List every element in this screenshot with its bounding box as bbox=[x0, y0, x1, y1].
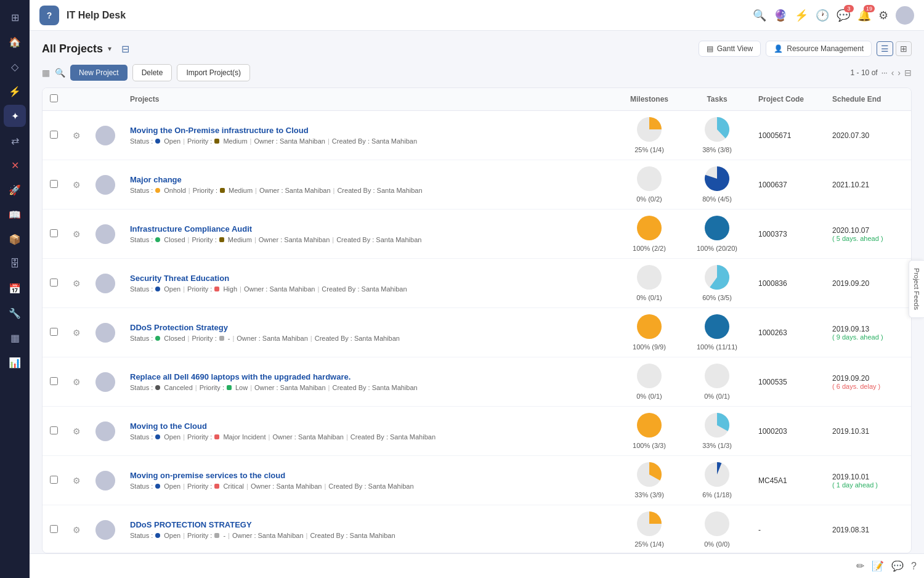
row-gear-icon[interactable]: ⚙ bbox=[73, 328, 81, 338]
nav-rocket-icon[interactable]: 🚀 bbox=[4, 179, 26, 201]
project-name[interactable]: Security Threat Education bbox=[130, 274, 608, 283]
table-icon[interactable]: ▦ bbox=[42, 68, 50, 78]
project-avatar bbox=[95, 323, 115, 343]
row-code-cell: MC45A1 bbox=[751, 456, 825, 505]
project-name[interactable]: Moving to the Cloud bbox=[130, 421, 608, 431]
nav-chart-icon[interactable]: 📊 bbox=[4, 351, 26, 373]
row-checkbox[interactable] bbox=[50, 328, 58, 336]
col-end-header: Schedule End bbox=[825, 88, 911, 111]
project-name[interactable]: Infrastructure Compliance Audit bbox=[130, 224, 608, 234]
nav-x-icon[interactable]: ✕ bbox=[4, 154, 26, 176]
milestones-pie bbox=[637, 117, 662, 144]
priority-value: Medium bbox=[229, 187, 253, 194]
svg-point-10 bbox=[637, 364, 662, 388]
gantt-view-button[interactable]: ▤ Gantt View bbox=[699, 41, 761, 57]
project-name[interactable]: Replace all Dell 4690 laptops with the u… bbox=[130, 372, 608, 381]
next-page-icon[interactable]: › bbox=[898, 68, 901, 78]
status-dot bbox=[155, 287, 160, 291]
status-value: Open bbox=[164, 285, 180, 293]
magic-icon[interactable]: 🔮 bbox=[774, 9, 787, 22]
history-icon[interactable]: 🕐 bbox=[816, 9, 829, 22]
row-gear-icon[interactable]: ⚙ bbox=[73, 229, 81, 239]
row-checkbox[interactable] bbox=[50, 377, 58, 385]
new-project-button[interactable]: New Project bbox=[70, 65, 128, 81]
column-settings-icon[interactable]: ⊟ bbox=[904, 68, 912, 78]
svg-point-17 bbox=[705, 511, 729, 536]
import-button[interactable]: Import Project(s) bbox=[177, 64, 250, 81]
nav-tools-icon[interactable]: 🔧 bbox=[4, 302, 26, 324]
nav-lightning-icon[interactable]: ⚡ bbox=[4, 80, 26, 102]
row-gear-icon[interactable]: ⚙ bbox=[73, 131, 81, 140]
page-title-dropdown[interactable]: ▾ bbox=[108, 44, 111, 53]
grid-view-button[interactable]: ⊞ bbox=[896, 41, 912, 56]
nav-home-icon[interactable]: 🏠 bbox=[4, 31, 26, 53]
nav-box-icon[interactable]: 📦 bbox=[4, 228, 26, 250]
question-icon-bottom[interactable]: ? bbox=[911, 561, 917, 572]
row-gear-icon[interactable]: ⚙ bbox=[73, 525, 81, 535]
row-gear-icon[interactable]: ⚙ bbox=[73, 426, 81, 436]
filter-icon[interactable]: ⊟ bbox=[121, 43, 129, 55]
nav-star-icon[interactable]: ✦ bbox=[4, 105, 26, 127]
tasks-pie bbox=[705, 511, 729, 538]
row-checkbox[interactable] bbox=[50, 525, 58, 533]
nav-calendar-icon[interactable]: 📅 bbox=[4, 277, 26, 299]
chat-icon-bottom[interactable]: 💬 bbox=[891, 560, 904, 572]
nav-grid2-icon[interactable]: ▦ bbox=[4, 327, 26, 349]
milestones-label: 25% (1/4) bbox=[634, 146, 664, 153]
row-checkbox[interactable] bbox=[50, 131, 58, 139]
row-checkbox[interactable] bbox=[50, 476, 58, 484]
resource-icon: 👤 bbox=[774, 44, 783, 53]
row-gear-icon[interactable]: ⚙ bbox=[73, 180, 81, 190]
project-code: 1000203 bbox=[758, 427, 787, 436]
nav-book-icon[interactable]: 📖 bbox=[4, 203, 26, 226]
tasks-pie bbox=[705, 216, 729, 242]
tasks-pie-cell: 33% (1/3) bbox=[691, 413, 744, 449]
project-name[interactable]: Major change bbox=[130, 175, 608, 184]
project-name[interactable]: DDoS PROTECTION STRATEGY bbox=[130, 520, 608, 529]
user-avatar[interactable] bbox=[896, 6, 914, 25]
tasks-label: 33% (1/3) bbox=[702, 442, 732, 449]
project-meta: Status : Closed | Priority : - | Owner :… bbox=[130, 335, 608, 342]
milestones-pie-cell: 100% (9/9) bbox=[623, 314, 676, 351]
row-gear-icon[interactable]: ⚙ bbox=[73, 279, 81, 288]
message-icon[interactable]: 💬 3 bbox=[837, 9, 850, 22]
row-checkbox[interactable] bbox=[50, 180, 58, 188]
owner-label: Owner : Santa Mahiban bbox=[251, 482, 322, 490]
nav-grid-icon[interactable]: ⊞ bbox=[4, 6, 26, 28]
nav-diamond-icon[interactable]: ◇ bbox=[4, 55, 26, 78]
edit-icon-bottom[interactable]: ✏ bbox=[856, 560, 864, 572]
row-checkbox[interactable] bbox=[50, 279, 58, 287]
row-gear-icon[interactable]: ⚙ bbox=[73, 476, 81, 486]
pencil-icon-bottom[interactable]: 📝 bbox=[872, 560, 884, 572]
nav-database-icon[interactable]: 🗄 bbox=[4, 253, 26, 275]
select-all-checkbox[interactable] bbox=[50, 94, 58, 102]
more-pages-icon[interactable]: ··· bbox=[881, 68, 888, 77]
project-name[interactable]: Moving on-premise services to the cloud bbox=[130, 471, 608, 480]
delete-button[interactable]: Delete bbox=[132, 64, 172, 81]
search-table-icon[interactable]: 🔍 bbox=[55, 68, 65, 78]
project-name[interactable]: DDoS Protection Strategy bbox=[130, 323, 608, 332]
row-checkbox[interactable] bbox=[50, 229, 58, 237]
created-by-label: Created By : Santa Mahiban bbox=[336, 236, 421, 243]
project-feeds-tab[interactable]: Project Feeds bbox=[909, 260, 924, 318]
status-value: Onhold bbox=[164, 187, 185, 194]
row-tasks-cell: 100% (11/11) bbox=[683, 308, 751, 357]
milestones-pie bbox=[637, 166, 662, 193]
settings-icon[interactable]: ⚙ bbox=[878, 9, 888, 22]
row-gear-icon[interactable]: ⚙ bbox=[73, 377, 81, 387]
row-project-cell: Moving the On-Premise infrastructure to … bbox=[123, 111, 615, 160]
lightning-header-icon[interactable]: ⚡ bbox=[795, 9, 808, 22]
search-icon[interactable]: 🔍 bbox=[753, 9, 766, 22]
prev-page-icon[interactable]: ‹ bbox=[891, 68, 894, 78]
project-name[interactable]: Moving the On-Premise infrastructure to … bbox=[130, 126, 608, 135]
row-checkbox[interactable] bbox=[50, 426, 58, 434]
milestones-pie-cell: 100% (2/2) bbox=[623, 216, 676, 252]
nav-shuffle-icon[interactable]: ⇄ bbox=[4, 129, 26, 152]
project-meta: Status : Closed | Priority : Medium | Ow… bbox=[130, 236, 608, 243]
priority-label: Priority : bbox=[200, 384, 224, 391]
bell-icon[interactable]: 🔔 19 bbox=[857, 9, 871, 22]
resource-mgmt-button[interactable]: 👤 Resource Management bbox=[766, 41, 872, 57]
list-view-button[interactable]: ☰ bbox=[877, 41, 893, 56]
gantt-icon: ▤ bbox=[707, 44, 713, 53]
svg-point-9 bbox=[705, 314, 729, 339]
